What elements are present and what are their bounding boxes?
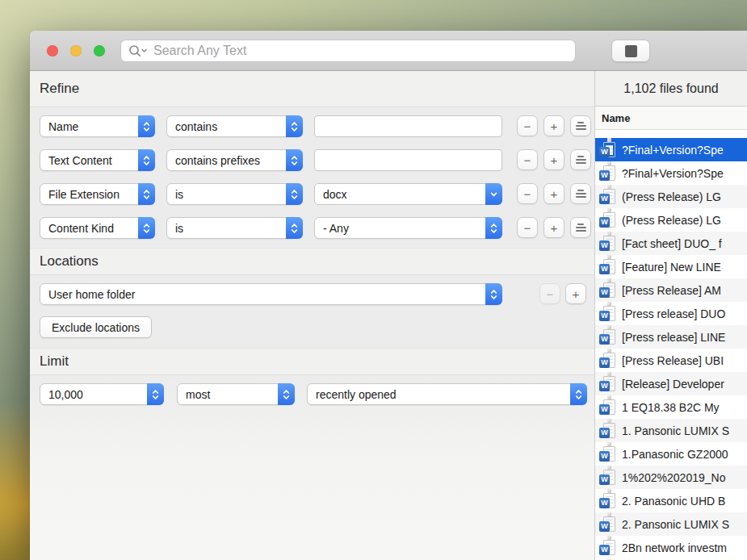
- add-row-button[interactable]: +: [543, 183, 564, 204]
- file-row[interactable]: W[Press release] LINE: [595, 325, 747, 349]
- file-row[interactable]: W[Press Release] UBI: [595, 349, 747, 372]
- popup-updown-chevrons-icon: [278, 383, 295, 405]
- minimize-window-button[interactable]: [70, 45, 82, 56]
- file-name: [Release] Developer: [622, 378, 724, 391]
- word-badge: W: [599, 428, 610, 438]
- file-row[interactable]: W(Press Release) LG: [595, 185, 747, 208]
- search-field[interactable]: [120, 40, 576, 62]
- attribute-select[interactable]: Content Kind: [40, 217, 155, 239]
- options-lines-icon: [576, 190, 586, 198]
- add-location-button[interactable]: +: [565, 283, 586, 304]
- limit-qualifier-select[interactable]: most: [177, 383, 295, 405]
- minus-icon: −: [524, 119, 531, 133]
- file-row[interactable]: W?Final+Version?Spe: [595, 138, 747, 161]
- options-lines-icon: [576, 156, 586, 164]
- row-options-button[interactable]: [570, 149, 591, 170]
- word-doc-icon: W: [599, 399, 615, 416]
- location-row: User home folder − +: [30, 283, 594, 305]
- limit-title: Limit: [40, 353, 69, 370]
- file-row[interactable]: W1 EQ18.38 B2C My: [595, 395, 747, 419]
- results-count-header: 1,102 files found: [595, 71, 747, 107]
- name-column-header[interactable]: Name: [595, 107, 747, 130]
- remove-row-button[interactable]: −: [517, 183, 538, 204]
- remove-row-button[interactable]: −: [517, 149, 538, 170]
- word-doc-icon: W: [599, 353, 615, 369]
- file-row[interactable]: W[Release] Developer: [595, 372, 747, 395]
- operator-select[interactable]: contains prefixes: [166, 149, 303, 171]
- plus-icon: +: [551, 187, 558, 201]
- add-row-button[interactable]: +: [543, 149, 564, 170]
- popup-updown-chevrons-icon: [138, 217, 155, 239]
- word-doc-icon: W: [599, 165, 615, 182]
- word-doc-icon: W: [599, 212, 615, 228]
- word-doc-icon: W: [599, 259, 615, 275]
- search-input[interactable]: [153, 44, 575, 58]
- criterion-value-input[interactable]: [314, 115, 502, 137]
- word-badge: W: [599, 545, 610, 555]
- word-badge: W: [599, 451, 610, 462]
- file-row[interactable]: W2. Panasonic UHD B: [595, 489, 747, 512]
- zoom-window-button[interactable]: [94, 45, 105, 56]
- word-doc-icon: W: [599, 540, 615, 556]
- file-name: [Press release] DUO: [622, 307, 725, 320]
- attribute-select[interactable]: Name: [40, 115, 155, 137]
- kind-select-value: - Any: [315, 222, 485, 235]
- remove-location-button[interactable]: −: [539, 283, 560, 304]
- criterion-value-input[interactable]: [314, 149, 502, 171]
- remove-row-button[interactable]: −: [517, 115, 538, 136]
- file-row[interactable]: W1%202%202019_No: [595, 466, 747, 489]
- exclude-locations-button[interactable]: Exclude locations: [40, 316, 152, 338]
- remove-row-button[interactable]: −: [517, 217, 538, 238]
- file-row[interactable]: W[Feature] New LINE: [595, 255, 747, 278]
- file-name: 1%202%202019_No: [622, 471, 725, 484]
- file-row[interactable]: W(Press Release) LG: [595, 208, 747, 232]
- row-options-button[interactable]: [570, 183, 591, 204]
- location-select-value: User home folder: [40, 288, 485, 301]
- file-list[interactable]: W?Final+Version?SpeW?Final+Version?SpeW(…: [595, 130, 747, 560]
- add-row-button[interactable]: +: [543, 217, 564, 238]
- file-row[interactable]: W[Fact sheet] DUO_ f: [595, 232, 747, 255]
- file-row[interactable]: W[Press Release] AM: [595, 278, 747, 302]
- file-row[interactable]: W2Bn network investm: [595, 536, 747, 559]
- limit-qualifier-value: most: [178, 388, 278, 401]
- attribute-select[interactable]: File Extension: [40, 183, 155, 205]
- word-badge: W: [599, 240, 610, 251]
- file-name: [Press Release] AM: [622, 284, 721, 297]
- operator-select-value: is: [167, 222, 286, 235]
- file-row[interactable]: W1.Panasonic GZ2000: [595, 442, 747, 466]
- file-row[interactable]: W2. Pansonic LUMIX S: [595, 512, 747, 536]
- limit-row: 10,000 most recently opened: [30, 383, 594, 405]
- file-row[interactable]: W?Final+Version?Spe: [595, 161, 747, 185]
- popup-updown-chevrons-icon: [485, 283, 502, 305]
- titlebar[interactable]: [30, 31, 747, 71]
- file-name: ?Final+Version?Spe: [622, 167, 724, 180]
- add-row-button[interactable]: +: [543, 115, 564, 136]
- limit-criterion-value: recently opened: [308, 388, 570, 401]
- refine-row-content-kind: Content Kind is - Any − +: [30, 217, 594, 239]
- minus-icon: −: [524, 187, 531, 201]
- operator-select[interactable]: is: [166, 217, 303, 239]
- attribute-select-value: File Extension: [40, 188, 138, 201]
- location-select[interactable]: User home folder: [40, 283, 502, 305]
- attribute-select[interactable]: Text Content: [40, 149, 155, 171]
- file-row[interactable]: W[Press release] DUO: [595, 302, 747, 325]
- refine-row-file-extension: File Extension is docx − +: [30, 183, 594, 205]
- row-options-button[interactable]: [570, 217, 591, 238]
- limit-count-select[interactable]: 10,000: [40, 383, 164, 405]
- popup-updown-chevrons-icon: [138, 149, 155, 171]
- search-icon: [128, 44, 149, 58]
- results-count-label: 1,102 files found: [623, 81, 718, 96]
- extension-combo-box[interactable]: docx: [314, 183, 502, 205]
- operator-select-value: contains: [167, 120, 286, 133]
- file-name: [Press Release] UBI: [622, 354, 724, 367]
- stop-search-button[interactable]: [611, 40, 650, 62]
- options-lines-icon: [576, 224, 586, 232]
- limit-criterion-select[interactable]: recently opened: [307, 383, 587, 405]
- close-window-button[interactable]: [47, 45, 58, 56]
- row-options-button[interactable]: [570, 115, 591, 136]
- file-row[interactable]: W1. Pansonic LUMIX S: [595, 419, 747, 442]
- stop-square-icon: [625, 45, 637, 57]
- operator-select[interactable]: is: [166, 183, 303, 205]
- operator-select[interactable]: contains: [166, 115, 303, 137]
- kind-select[interactable]: - Any: [314, 217, 502, 239]
